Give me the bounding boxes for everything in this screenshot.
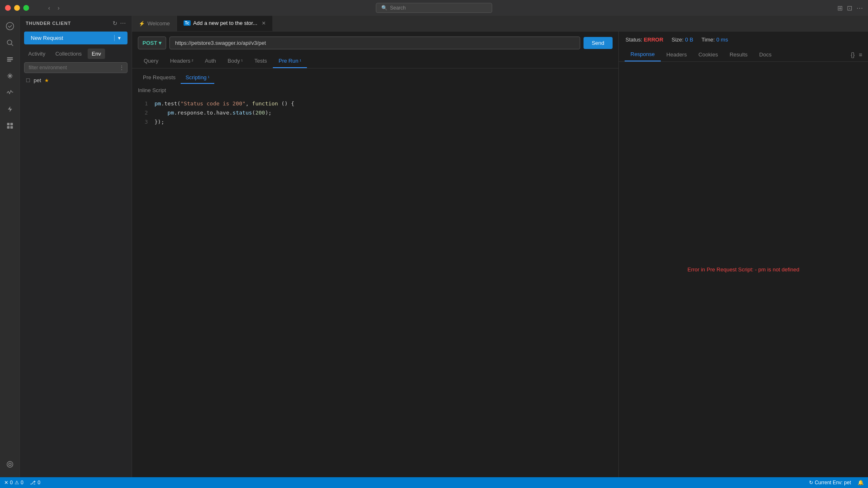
time-value: 0 ms	[716, 37, 728, 43]
statusbar-git-count: 0	[37, 480, 40, 486]
sidebar-refresh-icon[interactable]: ↻	[113, 20, 118, 27]
more-icon[interactable]: ⋯	[856, 4, 863, 12]
traffic-lights	[5, 5, 29, 11]
svg-rect-5	[7, 61, 11, 62]
send-button[interactable]: Send	[584, 37, 613, 49]
env-item-pet[interactable]: ☐ pet ★	[20, 75, 132, 86]
sidebar-item-package[interactable]	[3, 457, 17, 471]
resp-braces-icon[interactable]: {}	[851, 51, 854, 58]
statusbar-git-icon: ⎇	[30, 480, 36, 486]
svg-point-12	[9, 463, 11, 466]
size-value: 0 B	[685, 37, 694, 43]
req-tab-prerun[interactable]: Pre Run ¹	[273, 54, 307, 68]
svg-line-2	[11, 44, 13, 46]
svg-point-1	[7, 40, 12, 45]
sidebar-item-collections[interactable]	[3, 52, 17, 66]
sidebar-tab-env[interactable]: Env	[88, 49, 105, 59]
tab-request[interactable]: Tc Add a new pet to the stor... ✕	[177, 16, 273, 31]
sidebar-tab-activity[interactable]: Activity	[24, 49, 49, 59]
svg-point-0	[6, 22, 14, 30]
tab-request-label: Add a new pet to the stor...	[193, 20, 257, 26]
time-label: Time: 0 ms	[701, 37, 728, 43]
activity-bar-logo	[3, 19, 17, 33]
titlebar: ‹ › 🔍 Search ⊞ ⊡ ⋯	[0, 0, 868, 16]
left-panel: POST ▾ Send Query Headers ² Auth	[132, 32, 619, 477]
statusbar-warning-icon: ⚠	[15, 480, 19, 486]
nav-forward-button[interactable]: ›	[55, 4, 62, 12]
svg-rect-7	[7, 123, 10, 125]
req-tab-body-label: Body	[228, 58, 240, 64]
nav-back-button[interactable]: ‹	[46, 4, 53, 12]
maximize-traffic-light[interactable]	[23, 5, 29, 11]
svg-rect-3	[7, 57, 13, 59]
statusbar-env-label: Current Env: pet	[815, 480, 851, 486]
response-content: Error in Pre Request Script: - pm is not…	[619, 62, 868, 477]
filter-environment-input[interactable]	[24, 62, 128, 73]
minimize-traffic-light[interactable]	[14, 5, 20, 11]
status-label: Status: ERROR	[625, 37, 663, 43]
statusbar-error-item[interactable]: ✕ 0 ⚠ 0	[4, 480, 23, 486]
statusbar-error-count: 0	[10, 480, 13, 486]
inline-script-label: Inline Script	[132, 84, 618, 95]
script-subtab-scripting[interactable]: Scripting ¹	[181, 72, 214, 84]
resp-tab-response[interactable]: Response	[625, 48, 661, 61]
req-tab-body-badge: ¹	[240, 59, 243, 63]
resp-tab-results-label: Results	[730, 51, 748, 58]
tab-welcome-label: Welcome	[147, 20, 170, 27]
url-input[interactable]	[169, 37, 580, 49]
tabs-bar: ⚡ Welcome Tc Add a new pet to the stor..…	[132, 16, 868, 32]
req-tab-headers[interactable]: Headers ²	[164, 54, 199, 68]
req-tab-auth[interactable]: Auth	[199, 54, 222, 68]
new-request-dropdown-icon[interactable]: ▾	[114, 35, 121, 41]
close-traffic-light[interactable]	[5, 5, 11, 11]
line-number-1: 1	[138, 99, 148, 108]
script-subtab-prerequests-label: Pre Requests	[143, 74, 176, 81]
new-request-button[interactable]: New Request ▾	[24, 32, 128, 44]
env-checkbox-icon: ☐	[26, 78, 30, 83]
tab-welcome[interactable]: ⚡ Welcome	[132, 16, 177, 31]
statusbar-bell-item[interactable]: 🔔	[858, 480, 864, 486]
statusbar-env-item[interactable]: ↻ Current Env: pet	[809, 480, 851, 486]
main-area: ⚡ Welcome Tc Add a new pet to the stor..…	[132, 16, 868, 477]
resp-tab-response-label: Response	[630, 51, 655, 57]
resp-tab-headers[interactable]: Headers	[661, 48, 693, 61]
sidebar-more-icon[interactable]: ⋯	[120, 20, 126, 27]
size-label: Size: 0 B	[672, 37, 693, 43]
resp-tab-cookies[interactable]: Cookies	[693, 48, 724, 61]
resp-more-icon[interactable]: ≡	[859, 51, 862, 58]
resp-tab-docs-label: Docs	[759, 51, 772, 58]
statusbar-x-icon: ✕	[4, 480, 8, 486]
method-select[interactable]: POST ▾	[138, 37, 166, 49]
sidebar-item-search[interactable]	[3, 36, 17, 50]
sidebar-item-env[interactable]	[3, 69, 17, 83]
req-tab-body[interactable]: Body ¹	[222, 54, 248, 68]
req-tab-query-label: Query	[144, 58, 158, 64]
sidebar-item-flash[interactable]	[3, 102, 17, 116]
sidebar-tab-collections[interactable]: Collections	[51, 49, 86, 59]
svg-rect-8	[10, 123, 13, 125]
resp-tab-results[interactable]: Results	[724, 48, 753, 61]
statusbar-git-item[interactable]: ⎇ 0	[30, 480, 40, 486]
env-star-icon[interactable]: ★	[44, 78, 49, 83]
code-line-1: 1 pm.test("Status code is 200", function…	[138, 99, 613, 108]
sidebar-item-grid[interactable]	[3, 119, 17, 133]
tab-close-icon[interactable]: ✕	[262, 20, 266, 26]
resp-tab-docs[interactable]: Docs	[753, 48, 777, 61]
line-number-3: 3	[138, 117, 148, 127]
code-content-2: pm.response.to.have.status(200);	[154, 108, 272, 117]
response-tabs: Response Headers Cookies Results Docs	[619, 48, 868, 62]
req-tab-query[interactable]: Query	[138, 54, 164, 68]
split-icon[interactable]: ⊡	[847, 4, 852, 12]
code-editor[interactable]: 1 pm.test("Status code is 200", function…	[132, 95, 618, 477]
search-bar[interactable]: 🔍 Search	[376, 3, 492, 13]
titlebar-right: ⊞ ⊡ ⋯	[837, 4, 863, 12]
req-tab-tests[interactable]: Tests	[248, 54, 272, 68]
tc-icon: Tc	[184, 20, 191, 26]
new-request-label: New Request	[31, 35, 63, 41]
script-subtab-prerequests[interactable]: Pre Requests	[138, 72, 181, 84]
resp-tab-actions: {} ≡	[851, 51, 862, 58]
request-nav: Query Headers ² Auth Body ¹ Tests	[132, 54, 618, 68]
sidebar-item-activity[interactable]	[3, 85, 17, 100]
filter-ellipsis-icon[interactable]: ⋮	[119, 65, 124, 71]
layout-icon[interactable]: ⊞	[837, 4, 843, 12]
